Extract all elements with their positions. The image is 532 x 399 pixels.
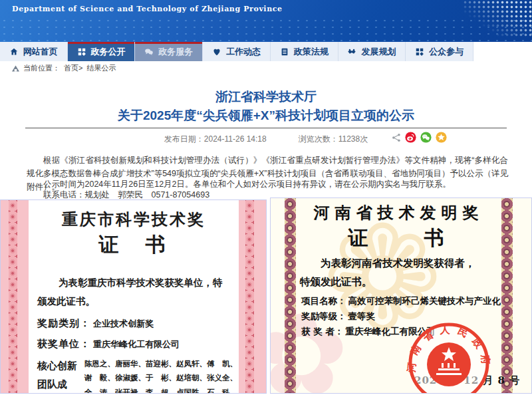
blocks-icon xyxy=(77,47,86,57)
certificate-image-chongqing: 重庆市科学技术奖 证 书 为表彰重庆市科学技术奖获奖单位，特颁发此证书。 奖励类… xyxy=(0,200,267,394)
certificate-body: 特颁发此证书。 xyxy=(300,275,499,289)
certificate-field: 获奖单位： 重庆华峰化工有限公司 xyxy=(37,338,180,350)
tab-participation[interactable]: 公众参与 xyxy=(406,42,473,61)
document-icon xyxy=(280,47,289,57)
team-names: 陈恩之、唐丽华、苗迎彬、赵凤轩、傅 凯、 谢 毅、徐淑媛、于 彬、赵培朝、张义全… xyxy=(84,357,237,394)
field-value: 企业技术创新奖 xyxy=(93,318,154,330)
team-label: 核心创新 团队成员： xyxy=(37,357,81,394)
wechat-icon[interactable] xyxy=(420,132,432,143)
publish-date-value: 2024-11-26 14:18 xyxy=(204,134,267,144)
certificate-title: 重庆市科学技术奖 xyxy=(31,209,237,230)
breadcrumb: 当前位置： 首页> 结果公示 xyxy=(0,61,532,75)
national-emblem xyxy=(427,342,471,386)
publish-date-label: 发布日期： xyxy=(164,134,204,144)
certificate-field: 奖励等级： 壹等奖 xyxy=(301,311,375,323)
view-count-label: 浏览次数： xyxy=(299,134,338,144)
certificate-subtitle: 证 书 xyxy=(296,225,501,252)
ornament-border-left xyxy=(285,198,296,393)
field-value: 壹等奖 xyxy=(348,311,376,323)
location-home-icon xyxy=(12,65,19,72)
tab-gov-service[interactable]: 政务服务 xyxy=(135,42,203,61)
certificate-title: 河南省技术发明奖 xyxy=(296,202,501,223)
chat-icon xyxy=(144,47,154,57)
tab-home[interactable]: 网站首页 xyxy=(0,42,68,61)
title-divider xyxy=(25,128,507,128)
tab-label: 政策法规 xyxy=(294,46,329,58)
tab-work-news[interactable]: 工作动态 xyxy=(203,42,271,61)
ornament-border-left xyxy=(9,200,17,393)
qzone-icon[interactable] xyxy=(436,132,447,143)
certificate-image-henan: ❁ ✿ 河南省技术发明奖 证 书 为表彰河南省技术发明奖获得者， 特颁发此证书。… xyxy=(270,198,532,394)
banner-dots-pattern xyxy=(0,17,532,42)
breadcrumb-prefix: 当前位置： xyxy=(23,63,60,73)
field-value: 高效可控苯制环己烯关键技术与产业化 xyxy=(348,295,501,307)
field-value: 重庆华峰化工有限公司 xyxy=(93,338,180,350)
publish-date: 发布日期：2024-11-26 14:18 xyxy=(164,134,267,145)
certificate-subtitle: 证 书 xyxy=(31,231,237,259)
share-bar xyxy=(392,132,447,143)
team-members-block: 核心创新 团队成员： 陈恩之、唐丽华、苗迎彬、赵凤轩、傅 凯、 谢 毅、徐淑媛、… xyxy=(37,357,237,394)
tab-policy[interactable]: 政策法规 xyxy=(271,42,338,61)
certificate-body: 为表彰河南省技术发明奖获得者， xyxy=(300,257,499,271)
field-label: 获奖单位： xyxy=(37,338,90,350)
breadcrumb-home-link[interactable]: 首页> xyxy=(64,63,82,73)
heart-icon xyxy=(212,47,221,57)
field-label: 奖励等级： xyxy=(301,311,346,323)
tab-label: 网站首页 xyxy=(23,46,58,58)
weibo-icon[interactable] xyxy=(405,132,416,143)
tab-label: 工作动态 xyxy=(226,46,261,58)
home-icon xyxy=(9,47,19,57)
government-seal: 河南省人民政府 xyxy=(404,318,494,394)
tab-label: 发展规划 xyxy=(361,46,396,58)
article-title-line2: 关于2025年度“尖兵领雁+X”科技计划项目立项的公示 xyxy=(0,107,532,124)
team-names-line: 谢 毅、徐淑媛、于 彬、赵培朝、张义全、 xyxy=(84,371,237,385)
tab-label: 政务公开 xyxy=(91,46,126,58)
team-names-line: 全 涛、张开禄、李 超、卢国胜、石 科 xyxy=(84,386,237,394)
certificate-field: 项目名称： 高效可控苯制环己烯关键技术与产业化 xyxy=(301,295,501,307)
team-names-line: 陈恩之、唐丽华、苗迎彬、赵凤轩、傅 凯、 xyxy=(84,357,237,371)
breadcrumb-current: 结果公示 xyxy=(86,63,116,73)
tab-label: 政务服务 xyxy=(158,46,193,58)
banner-pixel-grid xyxy=(463,0,532,37)
main-nav: 网站首页 政务公开 政务服务 工作动态 政策法规 发展规划 公众参与 xyxy=(0,42,473,61)
blocks-icon xyxy=(415,47,424,57)
handshake-icon xyxy=(347,47,356,57)
view-count: 浏览次数：11238次 xyxy=(299,134,368,145)
article-title-line1: 浙江省科学技术厅 xyxy=(0,88,532,106)
field-label: 项目名称： xyxy=(301,295,346,307)
article-meta: 发布日期：2024-11-26 14:18 浏览次数：11238次 xyxy=(0,134,532,145)
share-icon[interactable] xyxy=(392,133,401,142)
view-count-value: 11238次 xyxy=(338,134,368,144)
field-label: 获 奖 者： xyxy=(301,326,343,338)
certificate-field: 奖励类别： 企业技术创新奖 xyxy=(37,317,154,330)
tab-label: 公众参与 xyxy=(429,46,464,58)
top-banner: Department of Science and Technology of … xyxy=(0,0,532,42)
ornament-border-right xyxy=(245,200,254,393)
tab-planning[interactable]: 发展规划 xyxy=(338,42,406,61)
certificate-body: 为表彰重庆市科学技术奖获奖单位，特颁发此证书。 xyxy=(37,273,230,310)
field-label: 奖励类别： xyxy=(37,317,90,330)
site-title: Department of Science and Technology of … xyxy=(12,5,283,13)
tab-gov-open[interactable]: 政务公开 xyxy=(68,42,136,61)
ornament-border-right xyxy=(501,198,513,393)
